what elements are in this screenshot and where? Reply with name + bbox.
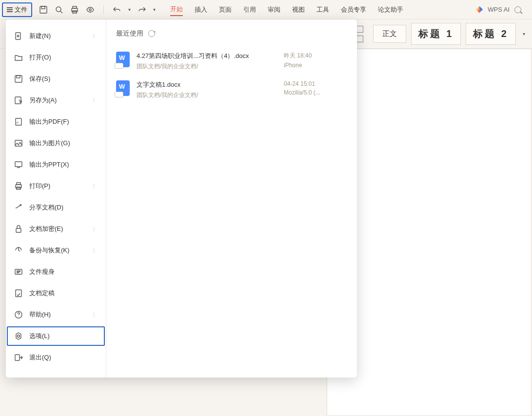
tab-review[interactable]: 审阅 bbox=[268, 4, 280, 16]
svg-rect-8 bbox=[15, 76, 22, 82]
menu-label: 新建(N) bbox=[29, 32, 51, 40]
menu-print[interactable]: 打印(P) 〉 bbox=[6, 175, 106, 197]
menu-label: 文档定稿 bbox=[29, 289, 55, 298]
undo-icon[interactable] bbox=[113, 5, 121, 14]
file-menu-button[interactable]: 文件 bbox=[2, 2, 32, 17]
undo-dropdown-icon[interactable]: ▾ bbox=[128, 7, 131, 12]
recent-file-meta: 04-24 15:01 Mozilla/5.0 (... bbox=[284, 80, 347, 99]
finalize-icon bbox=[14, 288, 23, 298]
menu-label: 分享文档(D) bbox=[29, 203, 63, 212]
menu-save-as[interactable]: 另存为(A) 〉 bbox=[6, 90, 106, 111]
tab-thesis[interactable]: 论文助手 bbox=[378, 4, 403, 16]
recent-file-time: 昨天 18:40 bbox=[284, 52, 347, 60]
search-icon[interactable] bbox=[514, 6, 521, 13]
save-as-icon bbox=[14, 95, 23, 105]
tab-page[interactable]: 页面 bbox=[219, 4, 232, 16]
quick-access-toolbar: ▾ ▾ bbox=[39, 5, 156, 14]
menu-finalize[interactable]: 文档定稿 bbox=[6, 283, 106, 304]
svg-point-23 bbox=[18, 335, 20, 338]
menu-options[interactable]: 选项(L) bbox=[6, 325, 106, 347]
chevron-right-icon: 〉 bbox=[93, 226, 98, 233]
svg-rect-9 bbox=[17, 76, 20, 78]
save-qat-icon[interactable] bbox=[39, 5, 48, 14]
slim-icon bbox=[14, 267, 23, 277]
file-menu-sidebar: 新建(N) 〉 打开(O) 保存(S) 另存为(A) 〉 P 输出为PDF(F)… bbox=[6, 19, 106, 378]
menu-export-pdf[interactable]: P 输出为PDF(F) bbox=[6, 111, 106, 132]
new-file-icon bbox=[14, 31, 23, 41]
chevron-right-icon: 〉 bbox=[93, 247, 98, 254]
recent-file-meta: 昨天 18:40 iPhone bbox=[284, 52, 347, 71]
wps-ai-label[interactable]: WPS AI bbox=[488, 6, 510, 13]
export-pdf-icon: P bbox=[14, 117, 23, 127]
refresh-icon[interactable] bbox=[148, 30, 155, 37]
menu-label: 文件瘦身 bbox=[29, 267, 55, 276]
recent-file-device: Mozilla/5.0 (... bbox=[284, 89, 347, 96]
help-icon bbox=[14, 310, 23, 320]
menu-label: 选项(L) bbox=[29, 332, 50, 340]
svg-rect-0 bbox=[40, 6, 47, 13]
menu-slim[interactable]: 文件瘦身 bbox=[6, 261, 106, 283]
menu-export-ppt[interactable]: 输出为PPT(X) bbox=[6, 154, 106, 175]
menu-save[interactable]: 保存(S) bbox=[6, 68, 106, 90]
menu-open[interactable]: 打开(O) bbox=[6, 47, 106, 68]
tab-vip[interactable]: 会员专享 bbox=[341, 4, 366, 16]
svg-rect-16 bbox=[17, 183, 20, 185]
style-heading2[interactable]: 标题 2 bbox=[466, 23, 516, 45]
recent-header: 最近使用 bbox=[116, 29, 347, 38]
recent-file-title: 文字文稿1.docx bbox=[137, 80, 277, 89]
redo-icon[interactable] bbox=[138, 5, 146, 14]
menu-new[interactable]: 新建(N) 〉 bbox=[6, 25, 106, 47]
menu-label: 文档加密(E) bbox=[29, 225, 63, 233]
svg-marker-22 bbox=[16, 333, 21, 340]
menu-exit[interactable]: 退出(Q) bbox=[6, 347, 106, 368]
docx-icon bbox=[116, 52, 130, 67]
menu-label: 备份与恢复(K) bbox=[29, 246, 69, 255]
style-heading1[interactable]: 标题 1 bbox=[411, 23, 461, 45]
recent-file-path: 团队文档/我的企业文档/ bbox=[137, 91, 277, 99]
menu-label: 打开(O) bbox=[29, 53, 51, 62]
preview-qat-icon[interactable] bbox=[86, 5, 95, 14]
recent-file-item[interactable]: 4.27第四场职业培训...习资料（4）.docx 团队文档/我的企业文档/ 昨… bbox=[116, 47, 347, 76]
wps-ai-icon bbox=[476, 6, 483, 13]
chevron-right-icon: 〉 bbox=[93, 33, 98, 40]
recent-file-path: 团队文档/我的企业文档/ bbox=[137, 62, 277, 71]
menu-help[interactable]: 帮助(H) 〉 bbox=[6, 304, 106, 325]
tab-tools[interactable]: 工具 bbox=[316, 4, 329, 16]
recent-file-item[interactable]: 文字文稿1.docx 团队文档/我的企业文档/ 04-24 15:01 Mozi… bbox=[116, 76, 347, 104]
options-icon bbox=[14, 331, 23, 341]
menu-label: 保存(S) bbox=[29, 75, 50, 83]
recent-column: 最近使用 4.27第四场职业培训...习资料（4）.docx 团队文档/我的企业… bbox=[106, 19, 357, 378]
open-folder-icon bbox=[14, 53, 23, 62]
print-preview-qat-icon[interactable] bbox=[55, 5, 63, 14]
document-page[interactable] bbox=[327, 49, 532, 416]
menu-label: 输出为图片(G) bbox=[29, 139, 70, 148]
tab-view[interactable]: 视图 bbox=[292, 4, 305, 16]
styles-expand-icon[interactable]: ▾ bbox=[521, 31, 527, 37]
file-menu-panel: 新建(N) 〉 打开(O) 保存(S) 另存为(A) 〉 P 输出为PDF(F)… bbox=[6, 19, 357, 378]
tab-start[interactable]: 开始 bbox=[170, 3, 183, 16]
svg-rect-20 bbox=[16, 290, 21, 297]
export-ppt-icon bbox=[14, 160, 23, 170]
share-icon bbox=[14, 203, 23, 212]
menu-label: 退出(Q) bbox=[29, 353, 51, 362]
menu-encrypt[interactable]: 文档加密(E) 〉 bbox=[6, 218, 106, 240]
menu-backup[interactable]: 备份与恢复(K) 〉 bbox=[6, 240, 106, 261]
print-qat-icon[interactable] bbox=[70, 5, 79, 14]
menu-label: 打印(P) bbox=[29, 182, 50, 190]
menu-share[interactable]: 分享文档(D) bbox=[6, 197, 106, 218]
chevron-right-icon: 〉 bbox=[93, 183, 98, 190]
tab-reference[interactable]: 引用 bbox=[243, 4, 256, 16]
tab-insert[interactable]: 插入 bbox=[195, 4, 207, 16]
menu-export-image[interactable]: 输出为图片(G) bbox=[6, 132, 106, 154]
hamburger-icon bbox=[7, 7, 13, 12]
menu-label: 另存为(A) bbox=[29, 96, 57, 105]
redo-dropdown-icon[interactable]: ▾ bbox=[153, 7, 156, 12]
recent-header-label: 最近使用 bbox=[116, 29, 143, 38]
style-body[interactable]: 正文 bbox=[373, 25, 406, 43]
svg-rect-24 bbox=[15, 355, 20, 360]
ribbon-tabs: 开始 插入 页面 引用 审阅 视图 工具 会员专享 论文助手 bbox=[170, 3, 403, 16]
file-menu-label: 文件 bbox=[15, 5, 27, 14]
topbar-right: WPS AI bbox=[476, 6, 530, 13]
menu-label: 帮助(H) bbox=[29, 310, 51, 319]
menu-label: 输出为PDF(F) bbox=[29, 117, 69, 126]
